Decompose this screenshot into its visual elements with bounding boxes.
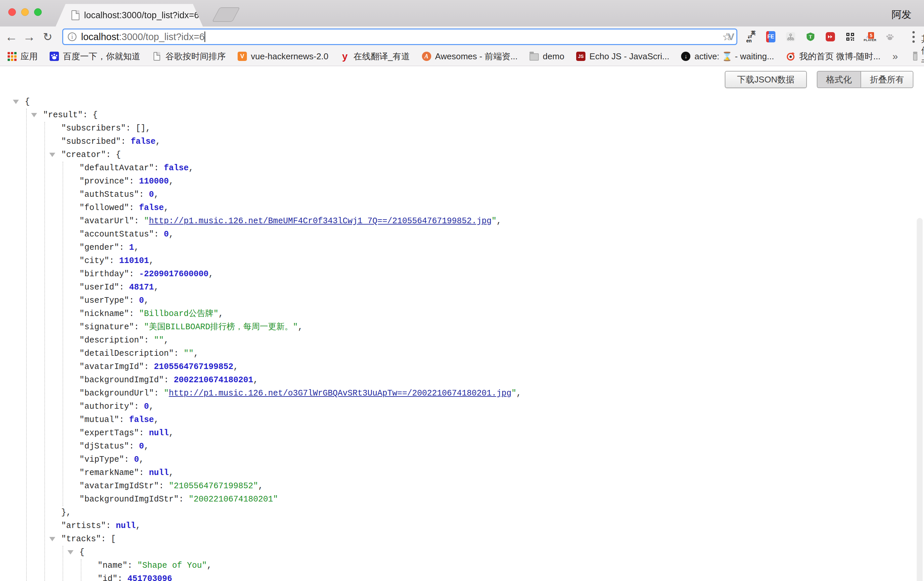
reload-button[interactable]: ↻ xyxy=(39,26,56,47)
json-value: 1 xyxy=(129,243,134,252)
json-line: "authority": 0, xyxy=(79,400,913,414)
json-value: "2105564767199852" xyxy=(169,481,258,491)
fe-icon[interactable]: FE xyxy=(764,30,777,43)
paw-icon[interactable] xyxy=(884,30,896,43)
collapse-triangle-icon[interactable] xyxy=(50,537,55,541)
fast-forward-icon[interactable] xyxy=(824,30,837,43)
bookmark-item[interactable]: 我的首页 微博-随时... xyxy=(786,51,881,62)
bookmark-label: demo xyxy=(543,51,564,61)
folder-icon xyxy=(913,53,917,61)
json-value: -2209017600000 xyxy=(139,269,208,279)
bookmark-label: Echo JS - JavaScri... xyxy=(589,51,669,61)
json-link-url[interactable]: http://p1.music.126.net/o3G7lWrGBQAvSRt3… xyxy=(169,389,512,398)
json-line: "gender": 1, xyxy=(79,241,913,254)
qr-code-icon[interactable] xyxy=(844,30,856,43)
awesomes-icon: A xyxy=(422,52,431,61)
json-value: "" xyxy=(184,349,194,358)
json-line: "tracks": [ xyxy=(61,533,913,546)
fe-icon: FE xyxy=(766,32,776,41)
browser-toolbar: ← → ↻ i localhost:3000/top_list?idx=6 ☆ … xyxy=(0,26,924,47)
vue-ext-icon[interactable]: V xyxy=(725,30,738,43)
json-value: 0 xyxy=(139,296,144,305)
scrollbar-thumb[interactable] xyxy=(917,218,923,581)
json-line: "expertTags": null, xyxy=(79,427,913,440)
window-zoom-button[interactable] xyxy=(34,8,42,16)
collapse-triangle-icon[interactable] xyxy=(31,113,37,117)
bookmark-item[interactable]: 谷歌按时间排序 xyxy=(152,51,226,62)
address-bar[interactable]: i localhost:3000/top_list?idx=6 ☆ xyxy=(62,28,738,45)
bookmarks-overflow-chevron[interactable]: » xyxy=(893,51,898,62)
bookmark-label: vue-hackernews-2.0 xyxy=(251,51,328,61)
bookmark-item[interactable]: AAwesomes - 前端资... xyxy=(422,51,518,62)
json-value: 451703096 xyxy=(127,574,172,581)
json-value: 2105564767199852 xyxy=(154,362,233,372)
json-value: 0 xyxy=(149,190,154,199)
json-line: "subscribers": [], xyxy=(61,122,913,135)
weibo-icon xyxy=(786,52,795,61)
bookmark-label: 谷歌按时间排序 xyxy=(165,51,226,62)
bookmark-label: 在线翻译_有道 xyxy=(353,51,410,62)
json-line: "description": "", xyxy=(79,334,913,347)
svg-text:T: T xyxy=(809,35,812,40)
bookmarks-bar: 应用百度一下，你就知道谷歌按时间排序Vvue-hackernews-2.0y在线… xyxy=(0,47,924,66)
page-info-icon[interactable]: i xyxy=(68,33,76,41)
qr-code-icon xyxy=(846,32,855,41)
org-chart-icon[interactable] xyxy=(784,30,797,43)
format-button[interactable]: 格式化 xyxy=(817,71,860,88)
youdao-icon: y xyxy=(340,52,350,61)
json-value: "http://p1.music.126.net/o3G7lWrGBQAvSRt… xyxy=(164,389,516,398)
bookmark-item[interactable]: 百度一下，你就知道 xyxy=(50,51,140,62)
new-tab-button[interactable] xyxy=(212,7,240,22)
bookmark-label: active: ⌛ - waiting... xyxy=(694,51,774,61)
browser-tab[interactable]: localhost:3000/top_list?idx=6 × xyxy=(56,4,203,26)
json-line: "userId": 48171, xyxy=(79,281,913,294)
json-value: null xyxy=(116,521,136,531)
bookmark-item[interactable]: JSEcho JS - JavaScri... xyxy=(576,51,669,61)
json-line: "avatarUrl": "http://p1.music.126.net/Bm… xyxy=(79,215,913,228)
json-line: "city": 110101, xyxy=(79,254,913,268)
json-line: "creator": { xyxy=(61,148,913,162)
forward-button[interactable]: → xyxy=(20,26,38,47)
json-value: "" xyxy=(154,336,164,345)
json-line: "userType": 0, xyxy=(79,294,913,307)
collapse-triangle-icon[interactable] xyxy=(68,550,73,555)
json-line: "id": 451703096 xyxy=(97,573,913,581)
translate-icon: 英en⇄ xyxy=(746,32,756,41)
shield-t-icon[interactable]: T xyxy=(804,30,817,43)
json-value: 48171 xyxy=(129,283,154,292)
window-minimize-button[interactable] xyxy=(21,8,29,16)
tab-close-icon[interactable]: × xyxy=(206,11,212,20)
bookmark-label: 应用 xyxy=(20,51,38,62)
json-value: 0 xyxy=(139,442,144,451)
json-line: "avatarImgId": 2105564767199852, xyxy=(79,361,913,374)
json-line: }, xyxy=(61,506,913,520)
paw-icon xyxy=(885,32,894,41)
bookmark-item[interactable]: 应用 xyxy=(7,51,38,62)
json-value: 110101 xyxy=(119,256,149,266)
download-json-button[interactable]: 下载JSON数据 xyxy=(725,71,807,88)
apps-grid-icon xyxy=(7,52,16,61)
json-line: "mutual": false, xyxy=(79,414,913,427)
bookmark-item[interactable]: y在线翻译_有道 xyxy=(340,51,410,62)
back-button[interactable]: ← xyxy=(3,26,20,47)
collapse-triangle-icon[interactable] xyxy=(50,153,55,157)
json-line: { xyxy=(25,95,913,109)
html5-player-icon[interactable]: ♪5PLAYER xyxy=(864,30,876,43)
translate-icon[interactable]: 英en⇄ xyxy=(745,30,757,43)
json-line: "province": 110000, xyxy=(79,175,913,188)
json-value: [] xyxy=(136,124,145,133)
collapse-all-button[interactable]: 折叠所有 xyxy=(860,71,913,88)
url-text[interactable]: localhost:3000/top_list?idx=6 xyxy=(81,31,205,42)
bookmark-label: 我的首页 微博-随时... xyxy=(799,51,881,62)
json-link-url[interactable]: http://p1.music.126.net/BmeUMF4Cr0f343lC… xyxy=(149,216,492,226)
bookmark-item[interactable]: ↓active: ⌛ - waiting... xyxy=(681,51,774,61)
json-line: "artists": null, xyxy=(61,520,913,533)
window-close-button[interactable] xyxy=(8,8,16,16)
json-line: "signature": "美国BILLBOARD排行榜，每周一更新。", xyxy=(79,321,913,334)
bookmark-item[interactable]: demo xyxy=(530,51,564,61)
tab-title: localhost:3000/top_list?idx=6 xyxy=(84,10,199,20)
json-value: 0 xyxy=(144,402,149,411)
collapse-triangle-icon[interactable] xyxy=(13,100,19,104)
bookmark-item[interactable]: Vvue-hackernews-2.0 xyxy=(238,51,328,61)
json-line: "djStatus": 0, xyxy=(79,440,913,453)
